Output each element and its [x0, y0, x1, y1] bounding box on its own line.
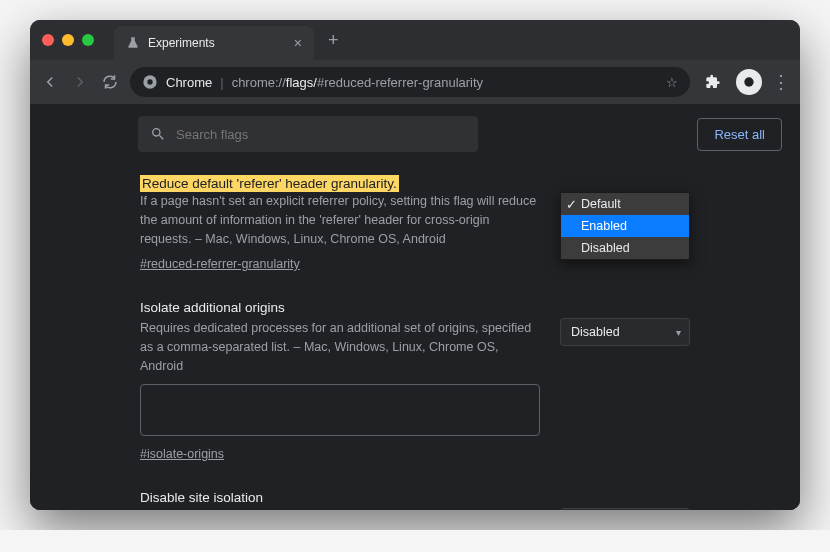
- new-tab-button[interactable]: +: [328, 30, 339, 51]
- flag-item: Isolate additional origins Requires dedi…: [140, 300, 690, 461]
- titlebar: Experiments × +: [30, 20, 800, 60]
- flag-item: Disable site isolation Disables site iso…: [140, 490, 690, 511]
- minimize-window-button[interactable]: [62, 34, 74, 46]
- bookmark-star-icon[interactable]: ☆: [666, 75, 678, 90]
- flag-anchor-link[interactable]: #isolate-origins: [140, 447, 224, 461]
- flag-select[interactable]: Default: [560, 508, 690, 511]
- browser-window: Experiments × + Chrome | chrome://flags/…: [30, 20, 800, 510]
- window-controls: [42, 34, 94, 46]
- menu-button[interactable]: ⋮: [772, 71, 790, 93]
- url-prefix: chrome://: [232, 75, 286, 90]
- flags-topbar: Reset all: [30, 104, 800, 164]
- flask-icon: [126, 36, 140, 50]
- extensions-icon[interactable]: [700, 69, 726, 95]
- flag-item: Reduce default 'referer' header granular…: [140, 174, 690, 272]
- flag-dropdown-open: Default Enabled Disabled: [560, 192, 690, 260]
- flag-description: Disables site isolation (SitePerProcess,…: [140, 509, 540, 511]
- dropdown-option-enabled[interactable]: Enabled: [561, 215, 689, 237]
- close-window-button[interactable]: [42, 34, 54, 46]
- reset-all-button[interactable]: Reset all: [697, 118, 782, 151]
- browser-tab[interactable]: Experiments ×: [114, 26, 314, 60]
- dropdown-option-disabled[interactable]: Disabled: [561, 237, 689, 259]
- url-field[interactable]: Chrome | chrome://flags/#reduced-referre…: [130, 67, 690, 97]
- maximize-window-button[interactable]: [82, 34, 94, 46]
- tab-title: Experiments: [148, 36, 215, 50]
- flag-description: If a page hasn't set an explicit referre…: [140, 192, 540, 248]
- extension-pinned-icon[interactable]: [736, 69, 762, 95]
- search-icon: [150, 126, 166, 142]
- url-path: flags/: [286, 75, 317, 90]
- flag-anchor-link[interactable]: #reduced-referrer-granularity: [140, 257, 300, 271]
- flag-title: Disable site isolation: [140, 490, 540, 505]
- flag-textarea[interactable]: [140, 384, 540, 436]
- search-input[interactable]: [176, 127, 466, 142]
- back-button[interactable]: [40, 72, 60, 92]
- search-flags-field[interactable]: [138, 116, 478, 152]
- flags-list: Reduce default 'referer' header granular…: [30, 164, 800, 510]
- address-bar: Chrome | chrome://flags/#reduced-referre…: [30, 60, 800, 104]
- flag-title: Isolate additional origins: [140, 300, 540, 315]
- reload-button[interactable]: [100, 72, 120, 92]
- dropdown-option-default[interactable]: Default: [561, 193, 689, 215]
- url-hash: #reduced-referrer-granularity: [317, 75, 483, 90]
- url-scheme-label: Chrome: [166, 75, 212, 90]
- flag-description: Requires dedicated processes for an addi…: [140, 319, 540, 375]
- chrome-icon: [142, 74, 158, 90]
- close-tab-icon[interactable]: ×: [294, 35, 302, 51]
- page-content: Reset all Reduce default 'referer' heade…: [30, 104, 800, 510]
- svg-point-1: [147, 79, 152, 84]
- svg-point-2: [744, 77, 753, 86]
- flag-select[interactable]: Disabled: [560, 318, 690, 346]
- forward-button[interactable]: [70, 72, 90, 92]
- flag-title: Reduce default 'referer' header granular…: [140, 175, 399, 192]
